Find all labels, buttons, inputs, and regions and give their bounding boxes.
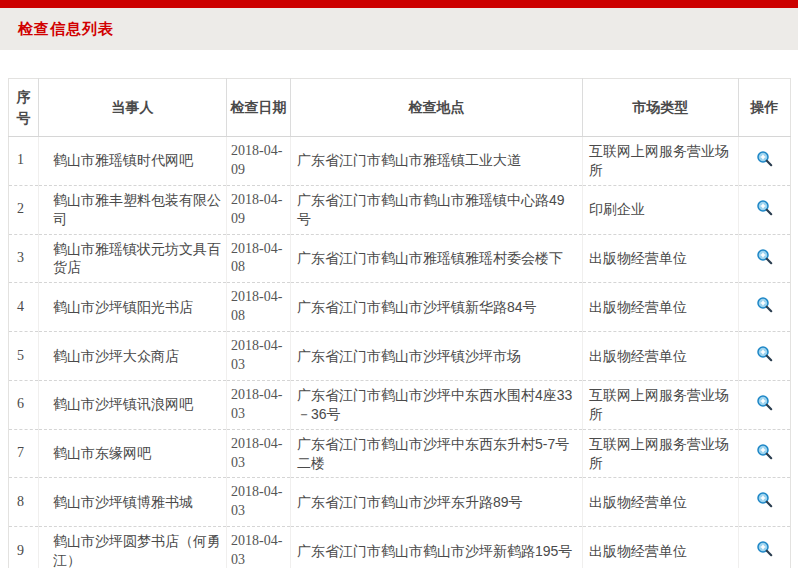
row-party: 鹤山市沙坪镇阳光书店 — [39, 283, 227, 332]
row-party: 鹤山市东缘网吧 — [39, 429, 227, 478]
row-location: 广东省江门市鹤山市沙坪镇新华路84号 — [291, 283, 583, 332]
row-type: 出版物经营单位 — [583, 283, 739, 332]
column-header-party: 当事人 — [39, 79, 227, 137]
view-detail-button[interactable] — [756, 394, 773, 411]
row-date: 2018-04-09 — [227, 185, 291, 234]
table-row: 1 鹤山市雅瑶镇时代网吧 2018-04-09 广东省江门市鹤山市雅瑶镇工业大道… — [9, 137, 791, 186]
row-location: 广东省江门市鹤山市雅瑶镇雅瑶村委会楼下 — [291, 234, 583, 283]
column-header-seq: 序号 — [9, 79, 39, 137]
column-header-location: 检查地点 — [291, 79, 583, 137]
row-party: 鹤山市雅丰塑料包装有限公司 — [39, 185, 227, 234]
row-location: 广东省江门市鹤山市沙坪东升路89号 — [291, 478, 583, 527]
row-location: 广东省江门市鹤山市鹤山市雅瑶镇中心路49号 — [291, 185, 583, 234]
column-header-op: 操作 — [739, 79, 791, 137]
row-party: 鹤山市沙坪大众商店 — [39, 332, 227, 381]
column-header-date: 检查日期 — [227, 79, 291, 137]
row-date: 2018-04-03 — [227, 332, 291, 381]
row-date: 2018-04-03 — [227, 478, 291, 527]
zoom-in-search-icon — [756, 443, 773, 460]
view-detail-button[interactable] — [756, 540, 773, 557]
row-type: 出版物经营单位 — [583, 234, 739, 283]
table-row: 5 鹤山市沙坪大众商店 2018-04-03 广东省江门市鹤山市沙坪镇沙坪市场 … — [9, 332, 791, 381]
zoom-in-search-icon — [756, 150, 773, 167]
inspection-table: 序号 当事人 检查日期 检查地点 市场类型 操作 1 鹤山市雅瑶镇时代网吧 20… — [8, 78, 791, 568]
table-row: 6 鹤山市沙坪镇讯浪网吧 2018-04-03 广东省江门市鹤山市沙坪中东西水围… — [9, 380, 791, 429]
row-seq: 7 — [9, 429, 39, 478]
view-detail-button[interactable] — [756, 296, 773, 313]
zoom-in-search-icon — [756, 540, 773, 557]
table-row: 9 鹤山市沙坪圆梦书店（何勇江） 2018-04-03 广东省江门市鹤山市鹤山市… — [9, 527, 791, 568]
table-row: 3 鹤山市雅瑶镇状元坊文具百货店 2018-04-08 广东省江门市鹤山市雅瑶镇… — [9, 234, 791, 283]
row-seq: 3 — [9, 234, 39, 283]
page-title: 检查信息列表 — [0, 20, 114, 39]
row-date: 2018-04-03 — [227, 380, 291, 429]
view-detail-button[interactable] — [756, 248, 773, 265]
column-header-type: 市场类型 — [583, 79, 739, 137]
zoom-in-search-icon — [756, 394, 773, 411]
row-type: 出版物经营单位 — [583, 527, 739, 568]
row-seq: 9 — [9, 527, 39, 568]
zoom-in-search-icon — [756, 248, 773, 265]
row-type: 互联网上网服务营业场所 — [583, 137, 739, 186]
view-detail-button[interactable] — [756, 345, 773, 362]
row-location: 广东省江门市鹤山市鹤山市沙坪新鹤路195号 — [291, 527, 583, 568]
zoom-in-search-icon — [756, 296, 773, 313]
zoom-in-search-icon — [756, 345, 773, 362]
row-seq: 2 — [9, 185, 39, 234]
row-party: 鹤山市雅瑶镇时代网吧 — [39, 137, 227, 186]
page-header: 检查信息列表 — [0, 8, 798, 50]
table-row: 4 鹤山市沙坪镇阳光书店 2018-04-08 广东省江门市鹤山市沙坪镇新华路8… — [9, 283, 791, 332]
row-type: 印刷企业 — [583, 185, 739, 234]
row-seq: 1 — [9, 137, 39, 186]
table-row: 2 鹤山市雅丰塑料包装有限公司 2018-04-09 广东省江门市鹤山市鹤山市雅… — [9, 185, 791, 234]
row-type: 互联网上网服务营业场所 — [583, 380, 739, 429]
top-red-bar — [0, 0, 798, 8]
view-detail-button[interactable] — [756, 150, 773, 167]
row-location: 广东省江门市鹤山市沙坪中东西水围村4座33－36号 — [291, 380, 583, 429]
row-location: 广东省江门市鹤山市沙坪中东西东升村5-7号二楼 — [291, 429, 583, 478]
view-detail-button[interactable] — [756, 443, 773, 460]
zoom-in-search-icon — [756, 199, 773, 216]
row-date: 2018-04-08 — [227, 234, 291, 283]
row-type: 互联网上网服务营业场所 — [583, 429, 739, 478]
row-party: 鹤山市沙坪镇讯浪网吧 — [39, 380, 227, 429]
table-row: 8 鹤山市沙坪镇博雅书城 2018-04-03 广东省江门市鹤山市沙坪东升路89… — [9, 478, 791, 527]
row-date: 2018-04-03 — [227, 429, 291, 478]
row-seq: 6 — [9, 380, 39, 429]
row-location: 广东省江门市鹤山市雅瑶镇工业大道 — [291, 137, 583, 186]
view-detail-button[interactable] — [756, 491, 773, 508]
row-date: 2018-04-09 — [227, 137, 291, 186]
row-type: 出版物经营单位 — [583, 332, 739, 381]
content-container: 序号 当事人 检查日期 检查地点 市场类型 操作 1 鹤山市雅瑶镇时代网吧 20… — [8, 78, 790, 568]
row-party: 鹤山市沙坪镇博雅书城 — [39, 478, 227, 527]
row-date: 2018-04-08 — [227, 283, 291, 332]
table-row: 7 鹤山市东缘网吧 2018-04-03 广东省江门市鹤山市沙坪中东西东升村5-… — [9, 429, 791, 478]
table-header-row: 序号 当事人 检查日期 检查地点 市场类型 操作 — [9, 79, 791, 137]
view-detail-button[interactable] — [756, 199, 773, 216]
row-location: 广东省江门市鹤山市沙坪镇沙坪市场 — [291, 332, 583, 381]
row-party: 鹤山市沙坪圆梦书店（何勇江） — [39, 527, 227, 568]
row-seq: 4 — [9, 283, 39, 332]
zoom-in-search-icon — [756, 491, 773, 508]
row-party: 鹤山市雅瑶镇状元坊文具百货店 — [39, 234, 227, 283]
row-seq: 8 — [9, 478, 39, 527]
row-type: 出版物经营单位 — [583, 478, 739, 527]
table-body: 1 鹤山市雅瑶镇时代网吧 2018-04-09 广东省江门市鹤山市雅瑶镇工业大道… — [9, 137, 791, 568]
row-seq: 5 — [9, 332, 39, 381]
row-date: 2018-04-03 — [227, 527, 291, 568]
